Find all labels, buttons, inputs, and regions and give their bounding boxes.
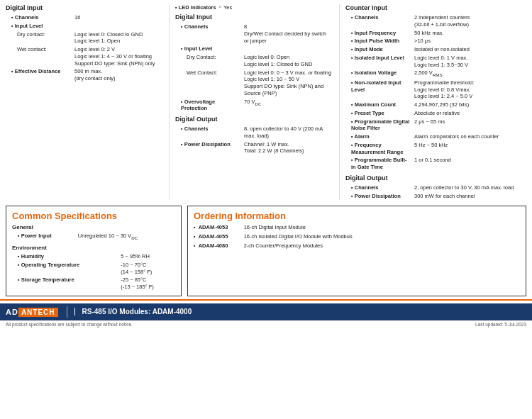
mid-input-level-label: Input Level	[175, 45, 243, 53]
left-wet-contact-label: Wet contact:	[6, 45, 73, 67]
right-prog-noise-label: Programmable Digital Noise Filter	[345, 118, 413, 133]
general-title: General	[12, 224, 175, 230]
adam4053-desc: 16-ch Digital Input Module	[244, 224, 306, 230]
right-isolated-input-value: Logic level 0: 1 V max.Logic level 1: 3.…	[413, 54, 526, 69]
right-input-pulse-label: Input Pulse Width	[345, 37, 413, 45]
left-wet-contact-value: Logic level 0: 2 VLogic level 1: 4 ~ 30 …	[73, 45, 163, 67]
mid-channels-value: 8Dry/Wet Contact decided by switch or ju…	[243, 23, 333, 45]
main-content: Digital Input Channels 16 Input Level Dr…	[0, 0, 532, 203]
right-channels-label: Channels	[345, 13, 413, 29]
right-freq-meas-value: 5 Hz ~ 50 kHz	[413, 141, 526, 157]
bottom-section: Common Specifications General Power Inpu…	[6, 206, 526, 296]
storage-temp-value: -25 ~ 85°C(-13 ~ 185° F)	[119, 276, 175, 291]
humidity-value: 5 ~ 95% RH	[119, 252, 175, 261]
mid-dry-contact-label: Dry Contact:	[175, 53, 243, 69]
adam4080-desc: 2-ch Counter/Frequency Modules	[244, 242, 323, 249]
right-input-mode-value: Isolated or non-isolated	[413, 45, 526, 54]
power-input-value: Unregulated 10 ~ 30 VDC	[77, 232, 175, 242]
led-value-superscript: *	[219, 6, 221, 10]
left-dry-contact-value: Logic level 0: Closed to GNDLogic level …	[73, 30, 163, 46]
right-max-count-value: 4,294,967,295 (32 bits)	[413, 101, 526, 109]
footer-disclaimer: All product specifications are subject t…	[6, 322, 133, 327]
left-column: Digital Input Channels 16 Input Level Dr…	[6, 4, 169, 200]
right-isolation-voltage-label: Isolation Voltage	[345, 69, 413, 79]
right-input-mode-label: Input Mode	[345, 45, 413, 54]
operating-temp-label: Operating Temperature	[12, 261, 119, 276]
led-label: ▪ LED Indicators	[175, 4, 216, 11]
mid-input-level-value	[243, 45, 333, 53]
adam4080-model: ADAM-4080	[199, 242, 241, 249]
right-alarm-label: Alarm	[345, 133, 413, 141]
right-input-freq-value: 50 kHz max.	[413, 29, 526, 38]
right-non-isolated-value: Programmable threshold:Logic level 0: 0.…	[413, 79, 526, 101]
right-input-freq-label: Input Frequency	[345, 29, 413, 38]
right-prog-gate-value: 1 or 0.1 second	[413, 156, 526, 172]
adam4055-desc: 16-ch Isolated Digital I/O Module with M…	[244, 233, 353, 240]
left-input-level-label: Input Level	[6, 22, 73, 30]
mid-wet-contact-value: Logic level 0: 0 ~ 3 V max. or floatingL…	[243, 69, 333, 98]
mid-column: ▪ LED Indicators * Yes Digital Input Cha…	[169, 4, 339, 200]
left-effective-distance-value: 500 m max.(dry contact only)	[73, 67, 163, 83]
footer-separator	[67, 306, 67, 318]
mid-overvoltage-label: Overvoltage Protection	[175, 98, 243, 113]
right-isolation-voltage-value: 2,500 VRMS	[413, 69, 526, 79]
right-do-power-value: 300 mW for each channel	[413, 192, 526, 201]
footer-logo: ADANTECH	[6, 308, 58, 316]
mid-power-value: Channel: 1 W max.Total: 2.2 W (8 Channel…	[243, 140, 333, 156]
left-digital-input-title: Digital Input	[6, 4, 163, 11]
right-preset-type-label: Preset Type	[345, 109, 413, 118]
ordering-item-adam4055: ADAM-4055 16-ch Isolated Digital I/O Mod…	[194, 233, 520, 240]
right-preset-type-value: Absolute or relative	[413, 109, 526, 118]
left-effective-distance-label: Effective Distance	[6, 67, 73, 83]
right-do-channels-value: 2, open collector to 30 V, 30 mA max. lo…	[413, 184, 526, 192]
left-dry-contact-label: Dry contact:	[6, 30, 73, 46]
right-digital-output-title: Digital Output	[345, 174, 526, 181]
mid-digital-output-title: Digital Output	[175, 116, 333, 123]
storage-temp-label: Storage Temperature	[12, 276, 119, 291]
mid-digital-input-title: Digital Input	[175, 13, 333, 21]
right-input-pulse-value: >10 μs	[413, 37, 526, 45]
humidity-label: Humidity	[12, 252, 119, 261]
right-isolated-input-label: Isolated Input Level	[345, 54, 413, 69]
environment-title: Environment	[12, 245, 175, 251]
right-freq-meas-label: Frequency Measurement Range	[345, 141, 413, 157]
adam4055-model: ADAM-4055	[199, 233, 241, 240]
left-channels-label: Channels	[6, 13, 73, 22]
right-max-count-label: Maximum Count	[345, 101, 413, 109]
right-do-power-label: Power Dissipation	[345, 192, 413, 201]
adam4053-model: ADAM-4053	[199, 224, 241, 230]
right-prog-gate-label: Programmable Built-in Gate Time	[345, 156, 413, 172]
right-column: Counter Input Channels 2 independent cou…	[339, 4, 526, 200]
right-prog-noise-value: 2 μs ~ 65 ms	[413, 118, 526, 133]
mid-do-channels-value: 8, open collector to 40 V (200 mA max. l…	[243, 125, 333, 140]
ordering-box: Ordering Information ADAM-4053 16-ch Dig…	[187, 206, 526, 296]
left-input-level-value	[73, 22, 163, 30]
power-input-label: Power Input	[12, 232, 77, 242]
ordering-item-adam4080: ADAM-4080 2-ch Counter/Frequency Modules	[194, 242, 520, 249]
mid-wet-contact-label: Wet Contact:	[175, 69, 243, 98]
right-non-isolated-label: Non-isolated Input Level	[345, 79, 413, 101]
mid-power-label: Power Dissipation	[175, 140, 243, 156]
counter-input-title: Counter Input	[345, 4, 526, 11]
right-do-channels-label: Channels	[345, 184, 413, 192]
common-specs-box: Common Specifications General Power Inpu…	[6, 206, 182, 296]
footer-bottom: All product specifications are subject t…	[0, 320, 532, 328]
mid-channels-label: Channels	[175, 23, 243, 45]
led-value: Yes	[223, 4, 232, 11]
right-channels-value: 2 independent counters(32-bit + 1-bit ov…	[413, 13, 526, 29]
footer-container: ADANTECH RS-485 I/O Modules: ADAM-4000 A…	[0, 299, 532, 328]
footer-product-line: RS-485 I/O Modules: ADAM-4000	[74, 308, 192, 315]
right-alarm-value: Alarm comparators on each counter	[413, 133, 526, 141]
footer-logo-accent: ANTECH	[18, 308, 58, 317]
left-channels-value: 16	[73, 13, 163, 22]
footer-bar: ADANTECH RS-485 I/O Modules: ADAM-4000	[0, 303, 532, 320]
mid-overvoltage-value: 70 VDC	[243, 98, 333, 113]
ordering-title: Ordering Information	[194, 211, 520, 221]
mid-do-channels-label: Channels	[175, 125, 243, 140]
ordering-item-adam4053: ADAM-4053 16-ch Digital Input Module	[194, 224, 520, 230]
operating-temp-value: -10 ~ 70°C(14 ~ 158° F)	[119, 261, 175, 276]
mid-dry-contact-value: Logic level 0: OpenLogic level 1: Closed…	[243, 53, 333, 69]
footer-last-updated: Last updated: 5-Jul-2023	[475, 322, 526, 327]
common-specs-title: Common Specifications	[12, 211, 175, 221]
